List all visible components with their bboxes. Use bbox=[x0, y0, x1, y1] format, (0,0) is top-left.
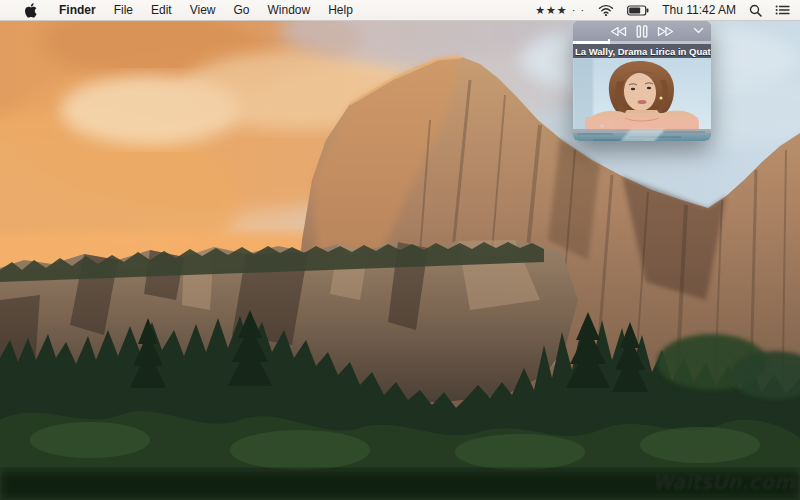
battery-icon bbox=[627, 5, 649, 16]
now-playing-popover: La Wally, Drama Lirica in Quattro Atti: … bbox=[573, 21, 711, 141]
menu-bar-left: Finder File Edit View Go Window Help bbox=[0, 0, 362, 20]
apple-logo-icon bbox=[24, 3, 37, 18]
rewind-button[interactable] bbox=[610, 26, 627, 37]
menu-item-go[interactable]: Go bbox=[225, 0, 259, 20]
track-title-band: La Wally, Drama Lirica in Quattro Atti: … bbox=[573, 44, 711, 58]
itunes-rating-menu-extra[interactable]: ★★★ · · bbox=[535, 4, 585, 17]
menu-item-finder[interactable]: Finder bbox=[50, 0, 105, 20]
menu-bar: Finder File Edit View Go Window Help ★★★… bbox=[0, 0, 800, 21]
pause-button[interactable] bbox=[636, 25, 648, 38]
album-artwork bbox=[573, 58, 711, 141]
track-title: La Wally, Drama Lirica in Quattro Atti: … bbox=[573, 46, 711, 57]
fast-forward-button[interactable] bbox=[657, 26, 674, 37]
battery-menu-extra[interactable] bbox=[627, 5, 649, 16]
apple-menu[interactable] bbox=[10, 3, 50, 18]
menu-item-file[interactable]: File bbox=[105, 0, 142, 20]
wifi-menu-extra[interactable] bbox=[598, 4, 614, 16]
menu-bar-clock[interactable]: Thu 11:42 AM bbox=[662, 3, 736, 17]
search-icon bbox=[749, 4, 762, 17]
chevron-down-icon[interactable] bbox=[693, 27, 704, 34]
spotlight-menu-extra[interactable] bbox=[749, 4, 762, 17]
menu-item-edit[interactable]: Edit bbox=[142, 0, 181, 20]
menu-item-window[interactable]: Window bbox=[259, 0, 320, 20]
wifi-icon bbox=[598, 4, 614, 16]
notification-list-icon bbox=[775, 4, 790, 16]
desktop: WaitsUn.com Finder File Edit View Go Win… bbox=[0, 0, 800, 500]
playback-controls bbox=[573, 21, 711, 41]
menu-item-help[interactable]: Help bbox=[319, 0, 362, 20]
notification-center-menu-extra[interactable] bbox=[775, 4, 790, 16]
popover-body: La Wally, Drama Lirica in Quattro Atti: … bbox=[573, 21, 711, 141]
watermark: WaitsUn.com bbox=[653, 470, 795, 494]
menu-bar-status-area: ★★★ · · Thu 11:42 AM bbox=[535, 3, 800, 17]
menu-item-view[interactable]: View bbox=[181, 0, 225, 20]
